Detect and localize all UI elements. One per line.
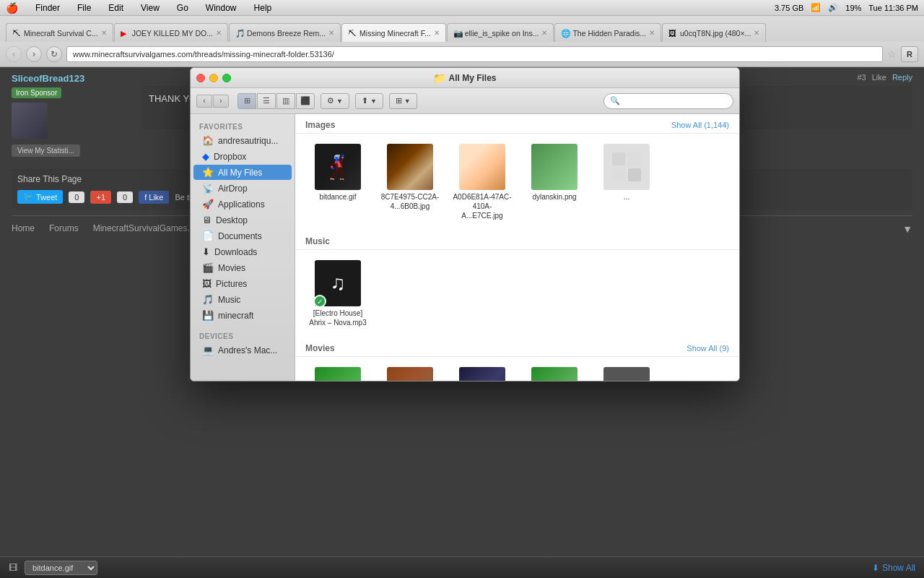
- volume-icon: 🔊: [828, 3, 838, 12]
- edit-menu[interactable]: Edit: [105, 3, 126, 13]
- sidebar-item-andres-mac[interactable]: 💻 Andres's Mac...: [193, 342, 292, 358]
- help-menu[interactable]: Help: [251, 3, 275, 13]
- footer-mcsg[interactable]: MinecraftSurvivalGames.com: [93, 223, 206, 235]
- tab-joey[interactable]: ▶ JOEY KILLED MY DO... ✕: [114, 23, 228, 42]
- footer-forums[interactable]: Forums: [49, 223, 79, 235]
- bookmark-star[interactable]: ☆: [887, 48, 897, 60]
- puzzle-thumb: [603, 144, 650, 190]
- tab-close-7[interactable]: ✕: [754, 29, 759, 37]
- file-item-8c7e[interactable]: 8C7E4975-CC2A-4...6B0B.jpg: [378, 141, 443, 223]
- tab-close-5[interactable]: ✕: [541, 29, 547, 37]
- gplus-count: 0: [117, 191, 133, 203]
- window-menu[interactable]: Window: [203, 3, 240, 13]
- sidebar-item-music[interactable]: 🎵 Music: [193, 292, 292, 307]
- file-item-dylanskin[interactable]: dylanskin.png: [522, 141, 587, 223]
- file-item-unknown[interactable]: ...: [594, 141, 659, 223]
- user-badge: Iron Sponsor: [12, 87, 61, 98]
- view-stats-btn[interactable]: View My Statisti...: [12, 143, 134, 157]
- action-button[interactable]: ⚙ ▼: [321, 93, 349, 109]
- share-button[interactable]: ⬆ ▼: [355, 93, 383, 109]
- tweet-label: Tweet: [36, 193, 57, 202]
- close-button[interactable]: [196, 74, 205, 82]
- file-item-electro-house[interactable]: ♫ ✓ [Electro House] Ahrix – Nova.mp3: [305, 257, 370, 330]
- tab-minecraft-survival[interactable]: ⛏ Minecraft Survival C... ✕: [6, 23, 113, 42]
- tweet-button[interactable]: 🐦 Tweet: [17, 190, 63, 204]
- show-all-label: Show All: [882, 563, 915, 573]
- extensions-btn[interactable]: R: [901, 46, 918, 62]
- reply-button[interactable]: Reply: [892, 73, 912, 82]
- file-item-movie3[interactable]: [450, 364, 515, 381]
- sidebar-item-andres[interactable]: 🏠 andresautriqu...: [193, 133, 292, 148]
- music-icon: 🎵: [202, 294, 214, 305]
- maximize-button[interactable]: [222, 74, 231, 82]
- file-item-movie2[interactable]: [378, 364, 443, 381]
- sidebar-item-downloads[interactable]: ⬇ Downloads: [193, 244, 292, 259]
- list-view-button[interactable]: ☰: [257, 93, 276, 109]
- movies-show-all[interactable]: Show All (9): [687, 344, 729, 353]
- sidebar-item-documents[interactable]: 📄 Documents: [193, 228, 292, 243]
- tab-close-6[interactable]: ✕: [649, 29, 655, 37]
- menubar-right: 3.75 GB 📶 🔊 19% Tue 11:36 PM: [775, 3, 918, 12]
- finder-back-button[interactable]: ‹: [196, 95, 212, 108]
- applications-icon: 🚀: [202, 199, 214, 210]
- share-chevron: ▼: [370, 98, 377, 105]
- file-item-movie4[interactable]: [522, 364, 587, 381]
- forward-button[interactable]: ›: [26, 46, 42, 62]
- 8c7e-thumb: [387, 144, 433, 190]
- file-item-a0d6[interactable]: A0D6E81A-47AC-410A-A...E7CE.jpg: [450, 141, 515, 223]
- movie4-image: [531, 367, 578, 381]
- electro-house-filename: [Electro House] Ahrix – Nova.mp3: [308, 309, 367, 327]
- like-button[interactable]: f Like: [139, 191, 169, 204]
- svg-rect-0: [612, 152, 625, 165]
- search-input[interactable]: [623, 97, 727, 105]
- column-view-button[interactable]: ▥: [276, 93, 295, 109]
- music-section-title: Music: [305, 236, 330, 246]
- status-filename-dropdown[interactable]: bitdance.gif: [25, 561, 97, 575]
- sidebar-item-dropbox[interactable]: ◆ Dropbox: [193, 149, 292, 164]
- tab-demons[interactable]: 🎵 Demons Breeze Rem... ✕: [229, 23, 341, 42]
- footer-dropdown[interactable]: ▼: [902, 223, 912, 235]
- tab-close-3[interactable]: ✕: [328, 29, 334, 37]
- show-all-button[interactable]: ⬇ Show All: [872, 563, 915, 573]
- coverflow-view-button[interactable]: ⬛: [296, 93, 315, 109]
- images-show-all[interactable]: Show All (1,144): [671, 121, 729, 129]
- finder-forward-button[interactable]: ›: [213, 95, 229, 108]
- apple-menu[interactable]: 🍎: [6, 2, 18, 14]
- back-button[interactable]: ‹: [6, 46, 22, 62]
- sidebar-item-movies[interactable]: 🎬 Movies: [193, 260, 292, 275]
- file-item-movie5[interactable]: More Options...: [594, 364, 659, 381]
- tab-close-1[interactable]: ✕: [101, 29, 107, 37]
- nav-bar: ‹ › ↻ www.minecraftsurvivalgames.com/thr…: [0, 42, 924, 66]
- movies-file-grid: More Options...: [295, 357, 739, 381]
- menubar: 🍎 Finder File Edit View Go Window Help 3…: [0, 0, 924, 16]
- icon-view-button[interactable]: ⊞: [237, 93, 256, 109]
- share-icon: ⬆: [362, 96, 368, 105]
- reload-button[interactable]: ↻: [46, 46, 62, 62]
- file-menu[interactable]: File: [74, 3, 94, 13]
- view-menu[interactable]: View: [138, 3, 162, 13]
- go-menu[interactable]: Go: [174, 3, 191, 13]
- minimize-button[interactable]: [209, 74, 218, 82]
- sidebar-item-minecraft[interactable]: 💾 minecraft: [193, 308, 292, 323]
- finder-menu[interactable]: Finder: [32, 3, 63, 13]
- file-item-movie1[interactable]: [305, 364, 370, 381]
- tab-missing-minecraft[interactable]: ⛏ Missing Minecraft F... ✕: [341, 23, 446, 42]
- arrange-button[interactable]: ⊞ ▼: [389, 93, 417, 109]
- footer-home[interactable]: Home: [12, 223, 35, 235]
- sidebar-item-airdrop[interactable]: 📡 AirDrop: [193, 181, 292, 196]
- like-action[interactable]: Like: [872, 73, 886, 82]
- user-sidebar: SliceofBread123 Iron Sponsor View My Sta…: [12, 73, 134, 157]
- tab-close-2[interactable]: ✕: [216, 29, 222, 37]
- sidebar-item-desktop[interactable]: 🖥 Desktop: [193, 212, 292, 228]
- sidebar-item-all-my-files[interactable]: ⭐ All My Files: [193, 165, 292, 180]
- sidebar-item-applications[interactable]: 🚀 Applications: [193, 197, 292, 212]
- tab-close-4[interactable]: ✕: [434, 29, 440, 37]
- file-item-bitdance[interactable]: 🕺 bitdance.gif: [305, 141, 370, 223]
- url-bar[interactable]: www.minecraftsurvivalgames.com/threads/m…: [66, 46, 883, 62]
- sidebar-item-pictures[interactable]: 🖼 Pictures: [193, 276, 292, 291]
- gplus-button[interactable]: +1: [90, 191, 111, 204]
- page-content: SliceofBread123 Iron Sponsor View My Sta…: [0, 67, 924, 557]
- tab-hidden-paradise[interactable]: 🌐 The Hidden Paradis... ✕: [554, 23, 661, 42]
- tab-ellie[interactable]: 📷 ellie_is_spike on Ins... ✕: [447, 23, 554, 42]
- tab-image[interactable]: 🖼 u0cqT8N.jpg (480×... ✕: [662, 23, 766, 42]
